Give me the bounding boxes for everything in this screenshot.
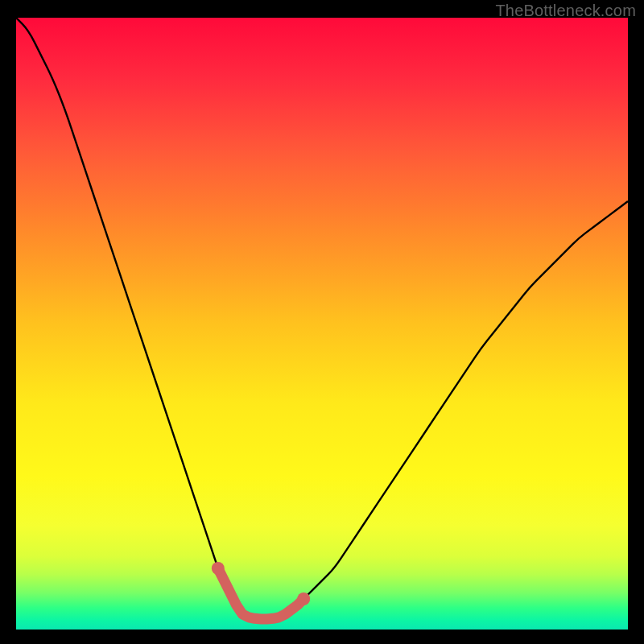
chart-frame: TheBottleneck.com bbox=[0, 0, 644, 644]
plot-area bbox=[16, 18, 628, 630]
gradient-background bbox=[16, 18, 628, 630]
optimal-zone-left-dot bbox=[212, 562, 225, 575]
optimal-zone-right-dot bbox=[297, 592, 310, 605]
chart-svg bbox=[16, 18, 628, 630]
